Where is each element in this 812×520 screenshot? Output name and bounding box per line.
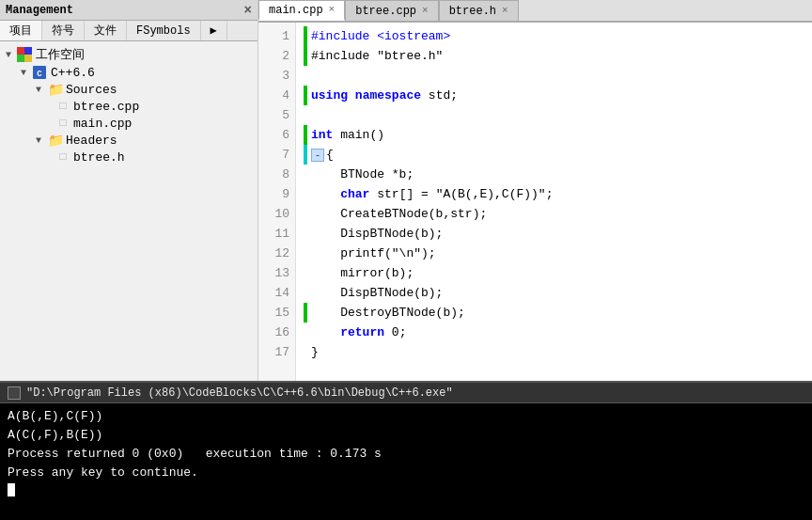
panel-title: Management xyxy=(6,4,73,17)
line-number-5: 5 xyxy=(264,105,289,125)
svg-rect-3 xyxy=(24,55,32,62)
tree-btree-h[interactable]: □ btree.h xyxy=(0,149,258,165)
line-number-1: 1 xyxy=(264,26,289,46)
line-number-7: 7 xyxy=(264,145,289,165)
code-text: DispBTNode(b); xyxy=(311,283,443,303)
btree-h-icon: □ xyxy=(55,150,71,165)
code-text: CreateBTNode(b,str); xyxy=(311,204,487,224)
code-text: using namespace std; xyxy=(311,86,458,105)
code-text: #include "btree.h" xyxy=(311,46,443,66)
code-text: mirror(b); xyxy=(311,263,414,283)
project-arrow: ▼ xyxy=(21,68,32,78)
headers-label: Headers xyxy=(66,134,117,148)
code-text: char str[] = "A(B(,E),C(F))"; xyxy=(311,184,553,204)
tab-btree-cpp[interactable]: btree.cpp × xyxy=(345,0,438,21)
code-line-12: printf("\n"); xyxy=(304,244,804,263)
code-line-2: #include "btree.h" xyxy=(304,46,804,66)
terminal-title-bar: "D:\Program Files (x86)\CodeBlocks\C\C++… xyxy=(0,383,812,403)
btree-cpp-icon: □ xyxy=(55,99,71,114)
code-text: int main() xyxy=(311,125,384,145)
tree-headers[interactable]: ▼ 📁 Headers xyxy=(0,132,258,149)
tab-btree-cpp-close[interactable]: × xyxy=(422,6,429,16)
code-text: { xyxy=(326,145,334,165)
line-number-14: 14 xyxy=(264,283,289,303)
code-text xyxy=(311,66,319,86)
code-line-5 xyxy=(304,105,804,125)
sources-folder-icon: 📁 xyxy=(47,82,64,97)
sub-tab-project[interactable]: 项目 xyxy=(0,21,42,40)
btree-cpp-label: btree.cpp xyxy=(73,100,139,114)
btree-h-label: btree.h xyxy=(73,150,125,165)
code-editor[interactable]: 1234567891011121314151617 #include <iost… xyxy=(258,23,812,381)
code-text: #include <iostream> xyxy=(311,26,450,46)
panel-title-bar: Management × xyxy=(0,0,258,21)
green-bar xyxy=(304,125,307,145)
fold-marker[interactable]: - xyxy=(311,149,324,162)
line-number-15: 15 xyxy=(264,303,289,323)
terminal-cursor xyxy=(8,483,15,496)
svg-rect-0 xyxy=(17,47,24,55)
sources-arrow: ▼ xyxy=(36,85,47,95)
line-number-2: 2 xyxy=(264,46,289,66)
sub-tab-file[interactable]: 文件 xyxy=(85,21,127,40)
line-numbers: 1234567891011121314151617 xyxy=(258,23,296,381)
line-number-3: 3 xyxy=(264,66,289,86)
tab-btree-h[interactable]: btree.h × xyxy=(439,0,519,21)
sub-tab-fsymbols[interactable]: FSymbols xyxy=(127,21,201,40)
code-line-14: DispBTNode(b); xyxy=(304,283,804,303)
terminal-path: "D:\Program Files (x86)\CodeBlocks\C\C++… xyxy=(26,386,453,400)
code-line-15: DestroyBTNode(b); xyxy=(304,303,804,323)
line-number-9: 9 xyxy=(264,184,289,204)
green-bar xyxy=(304,46,307,66)
code-text xyxy=(311,105,319,125)
terminal-panel: "D:\Program Files (x86)\CodeBlocks\C\C++… xyxy=(0,381,812,520)
tree-btree-cpp[interactable]: □ btree.cpp xyxy=(0,98,258,115)
terminal-icon xyxy=(8,386,21,400)
tree-workspace[interactable]: ▼ 工作空间 xyxy=(0,45,258,64)
line-number-17: 17 xyxy=(264,342,289,362)
sources-label: Sources xyxy=(66,83,117,97)
main-cpp-icon: □ xyxy=(55,116,71,131)
tree-project[interactable]: ▼ C C++6.6 xyxy=(0,64,258,81)
tab-btree-h-close[interactable]: × xyxy=(502,6,508,16)
headers-arrow: ▼ xyxy=(36,135,47,146)
green-bar xyxy=(304,303,307,323)
sub-tabs: 项目 符号 文件 FSymbols ▶ xyxy=(0,21,258,41)
tree-sources[interactable]: ▼ 📁 Sources xyxy=(0,81,258,98)
tree-main-cpp[interactable]: □ main.cpp xyxy=(0,115,258,132)
terminal-cursor-line xyxy=(8,483,804,496)
code-line-16: return 0; xyxy=(304,323,804,342)
code-line-7: -{ xyxy=(304,145,804,165)
code-line-4: using namespace std; xyxy=(304,86,804,105)
tab-main-cpp-close[interactable]: × xyxy=(329,5,336,15)
code-line-3 xyxy=(304,66,804,86)
code-content[interactable]: #include <iostream>#include "btree.h" us… xyxy=(296,23,812,381)
code-line-11: DispBTNode(b); xyxy=(304,224,804,244)
sub-tab-more[interactable]: ▶ xyxy=(201,21,227,40)
code-text: DestroyBTNode(b); xyxy=(311,303,465,323)
line-number-11: 11 xyxy=(264,224,289,244)
workspace-label: 工作空间 xyxy=(36,46,85,63)
code-line-1: #include <iostream> xyxy=(304,26,804,46)
code-text: return 0; xyxy=(311,323,406,342)
code-text: printf("\n"); xyxy=(311,244,436,263)
terminal-output: A(B(,E),C(F))A(C(,F),B(E))Process return… xyxy=(0,403,812,520)
project-label: C++6.6 xyxy=(51,66,95,80)
code-line-8: BTNode *b; xyxy=(304,165,804,184)
panel-close-button[interactable]: × xyxy=(244,3,252,18)
editor-panel: main.cpp × btree.cpp × btree.h × 1234567… xyxy=(258,0,812,381)
workspace-icon xyxy=(17,47,32,62)
terminal-line-2: Process returned 0 (0x0) execution time … xyxy=(8,445,804,464)
line-number-12: 12 xyxy=(264,244,289,263)
svg-text:C: C xyxy=(37,70,42,79)
tab-main-cpp[interactable]: main.cpp × xyxy=(258,0,345,21)
line-number-8: 8 xyxy=(264,165,289,184)
cyan-bar xyxy=(304,145,307,165)
code-line-13: mirror(b); xyxy=(304,263,804,283)
code-text: BTNode *b; xyxy=(311,165,414,184)
tab-bar: main.cpp × btree.cpp × btree.h × xyxy=(258,0,812,23)
headers-folder-icon: 📁 xyxy=(47,133,64,148)
code-line-10: CreateBTNode(b,str); xyxy=(304,204,804,224)
line-number-16: 16 xyxy=(264,323,289,342)
sub-tab-symbol[interactable]: 符号 xyxy=(42,21,85,40)
